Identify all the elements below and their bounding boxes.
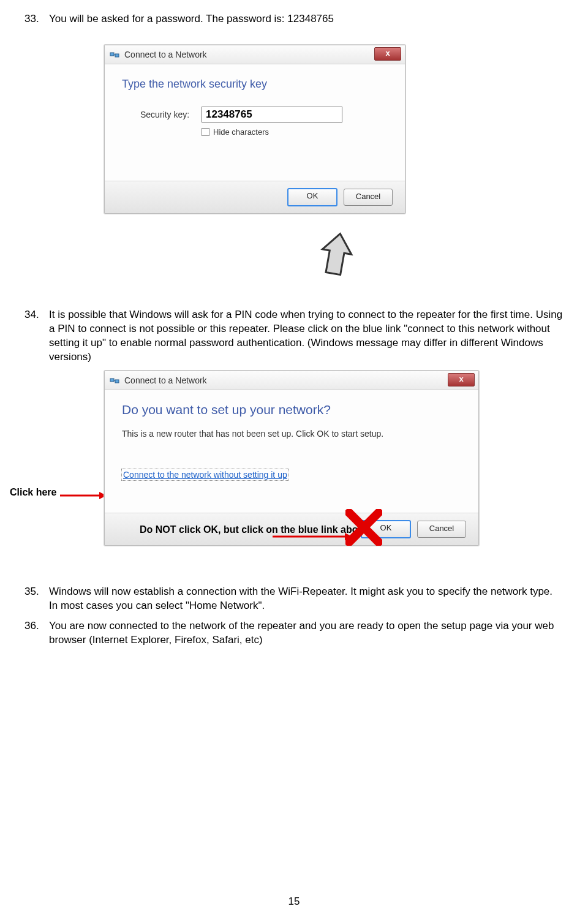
dialog1-ok-button[interactable]: OK (287, 188, 337, 206)
svg-rect-6 (110, 379, 114, 382)
network-icon (110, 375, 119, 385)
dialog1-titlebar: Connect to a Network x (105, 45, 405, 64)
dialog2-heading: Do you want to set up your network? (122, 402, 461, 417)
click-here-arrow-icon (60, 492, 107, 499)
dialog2-titlebar: Connect to a Network x (105, 371, 478, 390)
step-34-text: It is possible that Windows will ask for… (49, 308, 564, 364)
click-here-annotation: Click here (10, 487, 56, 498)
step-33-text: You will be asked for a password. The pa… (49, 12, 564, 26)
dialog1-title: Connect to a Network (124, 50, 207, 59)
step-36-number: 36. (24, 619, 49, 647)
svg-marker-3 (318, 232, 355, 276)
dialog1-cancel-button[interactable]: Cancel (344, 189, 393, 206)
hide-characters-label: Hide characters (213, 127, 269, 137)
dialog-setup-network-wrap: Click here Connect to a Network x Do you… (55, 371, 521, 567)
step-33-number: 33. (24, 12, 49, 26)
dialog2-description: This is a new router that has not been s… (122, 428, 461, 440)
connect-without-setup-link[interactable]: Connect to the network without setting i… (122, 469, 288, 480)
dialog-security-key-wrap: Connect to a Network x Type the network … (104, 45, 404, 290)
hide-characters-checkbox[interactable] (202, 128, 209, 136)
do-not-click-annotation: Do NOT click OK, but click on the blue l… (140, 524, 372, 537)
svg-rect-0 (110, 53, 114, 56)
step-35-number: 35. (24, 585, 49, 613)
dialog2-close-button[interactable]: x (448, 373, 475, 386)
network-icon (110, 50, 119, 59)
pointer-arrow-icon (306, 232, 380, 287)
step-35-text: Windows will now establish a connection … (49, 585, 564, 613)
page-number: 15 (0, 895, 588, 908)
security-key-label: Security key: (140, 110, 202, 119)
dialog1-heading: Type the network security key (122, 78, 388, 91)
dialog-setup-network: Connect to a Network x Do you want to se… (104, 371, 479, 546)
dialog2-cancel-button[interactable]: Cancel (417, 521, 466, 538)
dialog1-close-button[interactable]: x (374, 47, 401, 61)
step-36-text: You are now connected to the network of … (49, 619, 564, 647)
dialog2-title: Connect to a Network (124, 375, 207, 385)
security-key-input[interactable] (202, 107, 342, 123)
svg-rect-1 (115, 54, 119, 57)
step-34-number: 34. (24, 308, 49, 364)
dialog-security-key: Connect to a Network x Type the network … (104, 45, 405, 214)
svg-rect-7 (115, 380, 119, 383)
